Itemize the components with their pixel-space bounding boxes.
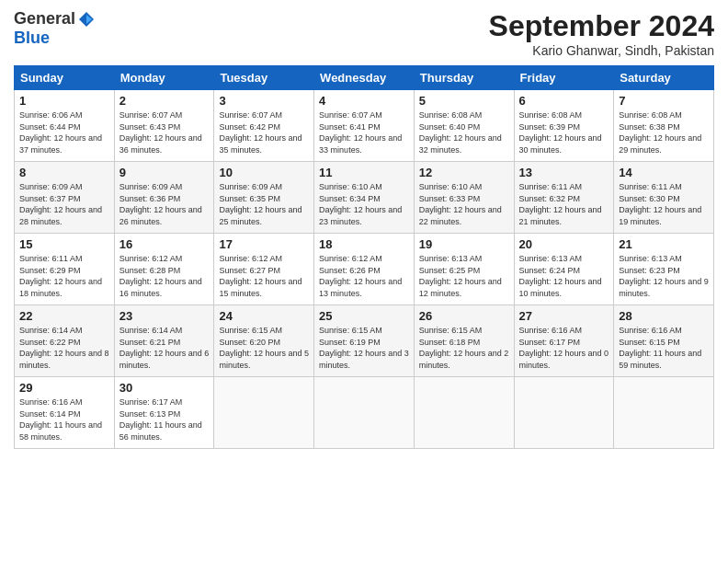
day-number: 12	[419, 166, 509, 179]
table-row: 19 Sunrise: 6:13 AMSunset: 6:25 PMDaylig…	[414, 234, 514, 305]
header-wednesday: Wednesday	[314, 66, 415, 90]
table-row: 24 Sunrise: 6:15 AMSunset: 6:20 PMDaylig…	[214, 305, 314, 377]
day-number: 14	[619, 166, 709, 179]
day-number: 23	[119, 309, 210, 323]
header-saturday: Saturday	[614, 66, 714, 90]
location: Kario Ghanwar, Sindh, Pakistan	[489, 43, 714, 58]
table-row: 3 Sunrise: 6:07 AMSunset: 6:42 PMDayligh…	[214, 90, 314, 162]
day-info: Sunrise: 6:10 AMSunset: 6:33 PMDaylight:…	[419, 182, 502, 226]
table-row: 23 Sunrise: 6:14 AMSunset: 6:21 PMDaylig…	[114, 305, 214, 377]
day-number: 30	[119, 381, 210, 395]
day-number: 11	[319, 166, 409, 179]
table-row: 16 Sunrise: 6:12 AMSunset: 6:28 PMDaylig…	[114, 234, 214, 305]
calendar-week-row: 1 Sunrise: 6:06 AMSunset: 6:44 PMDayligh…	[15, 90, 714, 162]
day-number: 28	[619, 309, 709, 323]
table-row: 13 Sunrise: 6:11 AMSunset: 6:32 PMDaylig…	[514, 162, 614, 234]
table-row: 12 Sunrise: 6:10 AMSunset: 6:33 PMDaylig…	[414, 162, 514, 234]
day-info: Sunrise: 6:16 AMSunset: 6:15 PMDaylight:…	[619, 326, 701, 370]
table-row: 25 Sunrise: 6:15 AMSunset: 6:19 PMDaylig…	[314, 305, 415, 377]
day-info: Sunrise: 6:15 AMSunset: 6:20 PMDaylight:…	[219, 326, 309, 370]
day-info: Sunrise: 6:08 AMSunset: 6:40 PMDaylight:…	[419, 110, 502, 155]
table-row: 4 Sunrise: 6:07 AMSunset: 6:41 PMDayligh…	[314, 90, 415, 162]
day-info: Sunrise: 6:11 AMSunset: 6:30 PMDaylight:…	[619, 182, 701, 226]
table-row: 27 Sunrise: 6:16 AMSunset: 6:17 PMDaylig…	[514, 305, 614, 377]
day-info: Sunrise: 6:07 AMSunset: 6:41 PMDaylight:…	[319, 110, 402, 155]
day-info: Sunrise: 6:08 AMSunset: 6:38 PMDaylight:…	[619, 110, 701, 155]
table-row: 28 Sunrise: 6:16 AMSunset: 6:15 PMDaylig…	[614, 305, 714, 377]
day-number: 19	[419, 237, 509, 251]
day-number: 27	[519, 309, 609, 323]
header-monday: Monday	[114, 66, 214, 90]
day-number: 6	[519, 94, 609, 108]
page: General Blue September 2024 Kario Ghanwa…	[0, 0, 728, 563]
day-info: Sunrise: 6:16 AMSunset: 6:17 PMDaylight:…	[519, 326, 609, 370]
table-row	[214, 377, 314, 449]
logo-blue-text: Blue	[14, 29, 50, 47]
table-row: 26 Sunrise: 6:15 AMSunset: 6:18 PMDaylig…	[414, 305, 514, 377]
day-number: 26	[419, 309, 509, 323]
table-row: 30 Sunrise: 6:17 AMSunset: 6:13 PMDaylig…	[114, 377, 214, 449]
logo-icon	[77, 10, 96, 29]
calendar-week-row: 8 Sunrise: 6:09 AMSunset: 6:37 PMDayligh…	[15, 162, 714, 234]
table-row	[414, 377, 514, 449]
day-number: 4	[319, 94, 409, 108]
day-number: 2	[119, 94, 210, 108]
day-info: Sunrise: 6:12 AMSunset: 6:26 PMDaylight:…	[319, 254, 402, 298]
logo: General Blue	[14, 9, 96, 48]
day-info: Sunrise: 6:09 AMSunset: 6:37 PMDaylight:…	[19, 182, 102, 226]
header-thursday: Thursday	[414, 66, 514, 90]
day-info: Sunrise: 6:11 AMSunset: 6:29 PMDaylight:…	[19, 254, 102, 298]
table-row	[314, 377, 415, 449]
day-number: 18	[319, 237, 409, 251]
day-info: Sunrise: 6:12 AMSunset: 6:27 PMDaylight:…	[219, 254, 301, 298]
day-info: Sunrise: 6:15 AMSunset: 6:18 PMDaylight:…	[419, 326, 509, 370]
day-number: 13	[519, 166, 609, 179]
title-block: September 2024 Kario Ghanwar, Sindh, Pak…	[489, 9, 714, 58]
calendar-header-row: Sunday Monday Tuesday Wednesday Thursday…	[15, 66, 714, 90]
day-info: Sunrise: 6:10 AMSunset: 6:34 PMDaylight:…	[319, 182, 402, 226]
day-info: Sunrise: 6:12 AMSunset: 6:28 PMDaylight:…	[119, 254, 202, 298]
day-info: Sunrise: 6:15 AMSunset: 6:19 PMDaylight:…	[319, 326, 409, 370]
day-info: Sunrise: 6:11 AMSunset: 6:32 PMDaylight:…	[519, 182, 602, 226]
table-row: 11 Sunrise: 6:10 AMSunset: 6:34 PMDaylig…	[314, 162, 415, 234]
table-row: 10 Sunrise: 6:09 AMSunset: 6:35 PMDaylig…	[214, 162, 314, 234]
day-info: Sunrise: 6:09 AMSunset: 6:36 PMDaylight:…	[119, 182, 202, 226]
day-info: Sunrise: 6:13 AMSunset: 6:23 PMDaylight:…	[619, 254, 709, 298]
table-row: 9 Sunrise: 6:09 AMSunset: 6:36 PMDayligh…	[114, 162, 214, 234]
day-info: Sunrise: 6:14 AMSunset: 6:22 PMDaylight:…	[19, 326, 109, 370]
day-number: 25	[319, 309, 409, 323]
day-number: 5	[419, 94, 509, 108]
table-row: 8 Sunrise: 6:09 AMSunset: 6:37 PMDayligh…	[15, 162, 115, 234]
day-number: 9	[119, 166, 210, 179]
header-tuesday: Tuesday	[214, 66, 314, 90]
table-row	[514, 377, 614, 449]
table-row: 15 Sunrise: 6:11 AMSunset: 6:29 PMDaylig…	[15, 234, 115, 305]
day-number: 21	[619, 237, 709, 251]
table-row	[614, 377, 714, 449]
day-number: 15	[19, 237, 109, 251]
day-number: 8	[19, 166, 109, 179]
day-info: Sunrise: 6:07 AMSunset: 6:42 PMDaylight:…	[219, 110, 301, 155]
calendar-week-row: 22 Sunrise: 6:14 AMSunset: 6:22 PMDaylig…	[15, 305, 714, 377]
day-info: Sunrise: 6:07 AMSunset: 6:43 PMDaylight:…	[119, 110, 202, 155]
day-number: 3	[219, 94, 309, 108]
day-number: 24	[219, 309, 309, 323]
day-info: Sunrise: 6:16 AMSunset: 6:14 PMDaylight:…	[19, 397, 102, 442]
calendar-table: Sunday Monday Tuesday Wednesday Thursday…	[14, 65, 714, 449]
day-info: Sunrise: 6:06 AMSunset: 6:44 PMDaylight:…	[19, 110, 102, 155]
day-number: 20	[519, 237, 609, 251]
table-row: 2 Sunrise: 6:07 AMSunset: 6:43 PMDayligh…	[114, 90, 214, 162]
day-number: 10	[219, 166, 309, 179]
table-row: 20 Sunrise: 6:13 AMSunset: 6:24 PMDaylig…	[514, 234, 614, 305]
day-info: Sunrise: 6:08 AMSunset: 6:39 PMDaylight:…	[519, 110, 602, 155]
header-sunday: Sunday	[15, 66, 115, 90]
header-friday: Friday	[514, 66, 614, 90]
day-info: Sunrise: 6:14 AMSunset: 6:21 PMDaylight:…	[119, 326, 210, 370]
table-row: 14 Sunrise: 6:11 AMSunset: 6:30 PMDaylig…	[614, 162, 714, 234]
table-row: 29 Sunrise: 6:16 AMSunset: 6:14 PMDaylig…	[15, 377, 115, 449]
day-number: 17	[219, 237, 309, 251]
table-row: 5 Sunrise: 6:08 AMSunset: 6:40 PMDayligh…	[414, 90, 514, 162]
day-info: Sunrise: 6:09 AMSunset: 6:35 PMDaylight:…	[219, 182, 301, 226]
day-info: Sunrise: 6:13 AMSunset: 6:25 PMDaylight:…	[419, 254, 502, 298]
table-row: 1 Sunrise: 6:06 AMSunset: 6:44 PMDayligh…	[15, 90, 115, 162]
